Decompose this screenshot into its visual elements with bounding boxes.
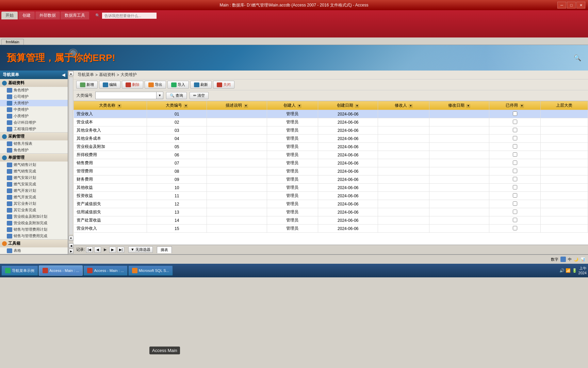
query-button[interactable]: 🔍 查询 [166,92,187,99]
disabled-checkbox[interactable] [513,136,517,140]
tab-create[interactable]: 创建 [18,12,35,19]
sidebar-item-expense-plan[interactable]: 销售与管理费用计划 [0,226,68,233]
search-dropdown-btn[interactable]: ▼ [157,92,163,99]
col-code[interactable]: 大类编号 ▼ [147,101,207,110]
sidebar-item-category[interactable]: 大类维护 [0,100,68,106]
maximize-button[interactable]: □ [567,2,576,9]
sidebar-item-tax-done[interactable]: 营业税金及附加完成 [0,220,68,226]
disabled-checkbox[interactable] [513,111,517,116]
col-parent[interactable]: 上层大类 [540,101,588,110]
sidebar-item-midcategory[interactable]: 中类维护 [0,106,68,113]
tab-start[interactable]: 开始 [1,12,18,19]
import-button[interactable]: 导入 [167,81,189,89]
table-row[interactable]: 资产处置收益14管理员2024-06-06 [74,216,588,225]
banner-search-icon[interactable]: 🔍 [574,54,581,62]
sheet-tab[interactable]: 摘表 [157,246,172,253]
col-disabled[interactable]: 已停用 ▼ [489,101,541,110]
export-button[interactable]: 导出 [145,81,166,89]
disabled-checkbox[interactable] [513,169,517,173]
table-row[interactable]: 营业成本02管理员2024-06-06 [74,118,588,126]
delete-button[interactable]: 删除 [122,81,143,89]
disabled-checkbox[interactable] [513,152,517,157]
sidebar-item-role1[interactable]: 角色维护 [0,87,68,93]
sidebar-item-role2[interactable]: 角色维护 [0,147,68,153]
table-row[interactable]: 管理费用08管理员2024-06-06 [74,167,588,175]
sidebar-item-project[interactable]: 工程项目维护 [0,126,68,132]
scrollbar-down-btn[interactable]: ▼ [69,236,74,241]
col-create-date[interactable]: 创建日期 ▼ [318,101,378,110]
table-row[interactable]: 投资收益11管理员2024-06-06 [74,192,588,200]
new-button[interactable]: 新增 [76,81,98,89]
disabled-checkbox[interactable] [513,160,517,165]
sidebar-item-smallcategory[interactable]: 小类维护 [0,113,68,119]
col-creator[interactable]: 创建人 ▼ [267,101,318,110]
sidebar-item-expense-done[interactable]: 销售与管理费用完成 [0,233,68,239]
doc-tab-frmmain[interactable]: frmMain [1,39,24,45]
scrollbar-left-btn[interactable]: ◀ [69,243,74,248]
disabled-checkbox[interactable] [513,144,517,149]
disabled-checkbox[interactable] [513,201,517,206]
table-row[interactable]: 营业外收入15管理员2024-06-06 [74,225,588,233]
sidebar-section-tools-header[interactable]: 工具箱 [0,240,68,247]
table-row[interactable]: 营业收入01管理员2024-06-06 [74,110,588,118]
sidebar-item-gas-sales-done[interactable]: 燃气销售完成 [0,168,68,174]
sidebar-section-purchase-header[interactable]: 采购管理 [0,133,68,140]
ribbon-search-input[interactable] [102,13,157,19]
scrollbar-right-btn[interactable]: ▶ [69,249,74,254]
minimize-button[interactable]: ─ [557,2,566,9]
sidebar-section-basic-header[interactable]: 基础资料 [0,79,68,87]
sidebar-item-other-biz-done[interactable]: 其它业务完成 [0,207,68,213]
disabled-checkbox[interactable] [513,177,517,181]
sidebar-item-other-biz-plan[interactable]: 其它业务计划 [0,200,68,207]
refresh-button[interactable]: 刷新 [190,81,212,89]
clear-button[interactable]: ✏ 清空 [190,92,209,99]
disabled-checkbox[interactable] [513,120,517,124]
col-modifier[interactable]: 修改人 ▼ [378,101,429,110]
edit-button[interactable]: 编辑 [99,81,120,89]
taskbar-start-btn[interactable]: 导航菜单示例 [1,265,38,276]
table-row[interactable]: 资产减值损失12管理员2024-06-06 [74,200,588,208]
taskbar-access1-btn[interactable]: Access - Main : ... [39,265,83,276]
col-name[interactable]: 大类名称 ▼ [74,101,147,110]
table-row[interactable]: 其他收益10管理员2024-06-06 [74,184,588,192]
table-row[interactable]: 信用减值损失13管理员2024-06-06 [74,208,588,216]
tab-dbtools[interactable]: 数据库工具 [61,12,89,19]
sidebar-item-gas-sales-plan[interactable]: 燃气销售计划 [0,162,68,168]
disabled-checkbox[interactable] [513,226,517,230]
sidebar-item-gas-dev-plan[interactable]: 燃气开发计划 [0,187,68,194]
search-input[interactable] [95,92,157,99]
table-row[interactable]: 营业税金及附加05管理员2024-06-06 [74,143,588,151]
disabled-checkbox[interactable] [513,128,517,132]
filter-button[interactable]: ▼ 无筛选器 [128,246,153,253]
taskbar-access2-btn[interactable]: Access - Main : ... [83,265,127,276]
sidebar-item-gas-install-plan[interactable]: 燃气安装计划 [0,174,68,181]
sidebar-item-account[interactable]: 会计科目维护 [0,119,68,126]
nav-prev-btn[interactable]: ◀ [94,247,101,253]
sidebar-item-gas-install-done[interactable]: 燃气安装完成 [0,181,68,187]
disabled-checkbox[interactable] [513,185,517,189]
nav-last-btn[interactable]: ▶| [117,247,124,253]
close-button[interactable]: ✕ [576,2,585,9]
table-row[interactable]: 其他业务收入03管理员2024-06-06 [74,126,588,135]
disabled-checkbox[interactable] [513,193,517,198]
sidebar-item-table[interactable]: 表格 [0,247,68,254]
sidebar-item-sales-report[interactable]: 销售月报表 [0,140,68,147]
col-desc[interactable]: 描述说明 ▼ [207,101,267,110]
sidebar-item-tax-plan[interactable]: 营业税金及附加计划 [0,213,68,220]
sidebar-item-company[interactable]: 公司维护 [0,93,68,100]
col-modify-date[interactable]: 修改日期 ▼ [429,101,489,110]
disabled-checkbox[interactable] [513,210,517,214]
taskbar-sql-btn[interactable]: Microsoft SQL S... [128,265,173,276]
sidebar-item-gas-dev-done[interactable]: 燃气开发完成 [0,194,68,200]
tab-external[interactable]: 外部数据 [35,12,60,19]
sidebar-section-order-header[interactable]: 单据管理 [0,154,68,162]
nav-first-btn[interactable]: |◀ [86,247,93,253]
scrollbar-up-btn[interactable]: ▲ [69,71,74,76]
disabled-checkbox[interactable] [513,218,517,222]
nav-next-btn[interactable]: ▶ [109,247,116,253]
table-row[interactable]: 销售费用07管理员2024-06-06 [74,159,588,167]
table-row[interactable]: 所得税费用06管理员2024-06-06 [74,151,588,159]
table-row[interactable]: 其他业务成本04管理员2024-06-06 [74,135,588,143]
table-row[interactable]: 财务费用09管理员2024-06-06 [74,175,588,184]
sidebar-collapse-icon[interactable]: ◀ [62,73,65,77]
